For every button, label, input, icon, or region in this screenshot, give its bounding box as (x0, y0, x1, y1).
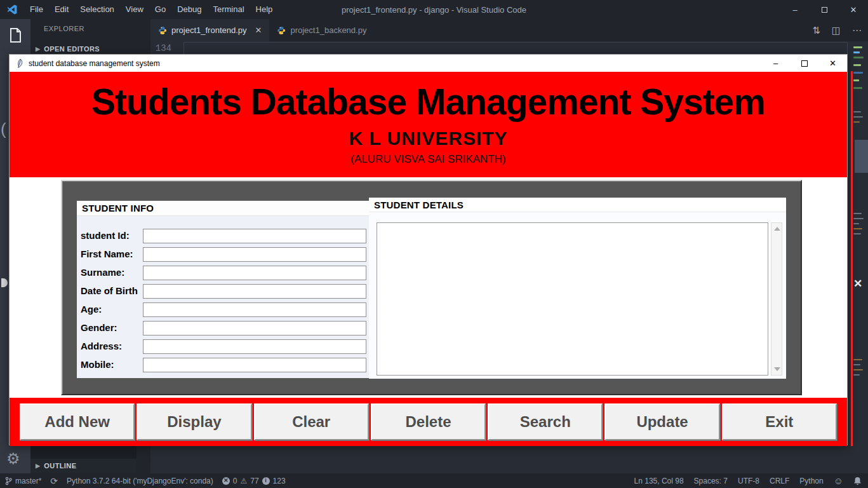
warning-icon: ⚠ (240, 477, 247, 485)
app-close-button[interactable]: ✕ (818, 55, 847, 72)
app-minimize-button[interactable]: – (761, 55, 790, 72)
search-button[interactable]: Search (488, 403, 603, 440)
app-window: student database management system – ✕ S… (9, 54, 848, 445)
indentation[interactable]: Spaces: 7 (694, 477, 728, 485)
tab-label: project1_frontend.py (171, 25, 247, 35)
app-titlebar[interactable]: student database management system – ✕ (10, 55, 847, 72)
open-editors-label: OPEN EDITORS (44, 45, 100, 53)
vscode-logo-icon (6, 4, 18, 15)
field-input-student-id-[interactable] (143, 229, 366, 243)
menu-item-terminal[interactable]: Terminal (207, 0, 250, 19)
info-count: 123 (273, 477, 286, 485)
sync-icon[interactable]: ⟳ (50, 476, 58, 486)
editor-tabbar: project1_frontend.py✕project1_backend.py… (150, 19, 868, 41)
field-label-student-id-: student Id: (81, 230, 130, 241)
menu-item-file[interactable]: File (24, 0, 49, 19)
info-icon: i (262, 477, 270, 485)
vscode-window-title: project1_frontend.py - django - Visual S… (342, 5, 526, 15)
error-count: 0 (233, 477, 237, 485)
outline-section[interactable]: ▶ OUTLINE (30, 459, 137, 473)
problems-item[interactable]: ✕ 0 ⚠ 77 i 123 (222, 477, 286, 485)
field-label-surname-: Surname: (81, 267, 124, 278)
delete-button[interactable]: Delete (371, 403, 486, 440)
git-branch-item[interactable]: master* (5, 477, 41, 485)
clear-button[interactable]: Clear (254, 403, 369, 440)
search-icon[interactable]: ( (1, 119, 6, 139)
field-label-address-: Address: (81, 341, 122, 351)
tab-close-icon[interactable]: ✕ (255, 25, 262, 35)
app-title: Students Database Management System (10, 72, 847, 123)
student-info-panel: STUDENT INFO student Id:First Name:Surna… (77, 201, 369, 378)
tab-label: project1_backend.py (290, 25, 366, 35)
menu-item-go[interactable]: Go (149, 0, 171, 19)
python-interpreter[interactable]: Python 3.7.2 64-bit ('myDjangoEnv': cond… (67, 477, 213, 485)
vscode-close-button[interactable]: ✕ (839, 0, 868, 19)
add-new-button[interactable]: Add New (20, 403, 135, 440)
close-icon[interactable]: ✕ (853, 277, 862, 290)
menu-item-edit[interactable]: Edit (49, 0, 74, 19)
sidebar-panel-spacer (30, 445, 137, 459)
menu-item-help[interactable]: Help (250, 0, 279, 19)
error-icon: ✕ (222, 477, 230, 485)
field-input-surname-[interactable] (143, 266, 366, 280)
field-label-mobile-: Mobile: (81, 359, 114, 370)
eol-sequence[interactable]: CRLF (770, 477, 789, 485)
vscode-titlebar: FileEditSelectionViewGoDebugTerminalHelp… (0, 0, 868, 19)
app-window-controls: – ✕ (761, 55, 847, 72)
tab-project1_backend-py[interactable]: project1_backend.py (269, 19, 374, 41)
menu-item-view[interactable]: View (120, 0, 149, 19)
gear-icon[interactable]: ⚙ (6, 450, 20, 468)
scroll-up-icon[interactable] (774, 227, 780, 231)
scroll-down-icon[interactable] (774, 367, 780, 371)
field-row: Surname: (77, 266, 369, 280)
more-actions-icon[interactable]: ⋯ (852, 25, 862, 36)
field-input-gender-[interactable] (143, 321, 366, 336)
language-mode[interactable]: Python (799, 477, 823, 485)
field-label-date-of-birth: Date of Birth (81, 285, 138, 296)
minimap-slider[interactable] (855, 140, 868, 173)
maximize-icon (801, 60, 808, 67)
explorer-header: EXPLORER (44, 25, 84, 32)
field-input-address-[interactable] (143, 339, 366, 354)
field-input-age-[interactable] (143, 302, 366, 317)
field-input-date-of-birth[interactable] (143, 284, 366, 299)
vscode-maximize-button[interactable] (810, 0, 839, 19)
display-button[interactable]: Display (137, 403, 251, 440)
vscode-minimize-button[interactable]: – (780, 0, 810, 19)
chevron-right-icon: ▶ (36, 46, 40, 52)
split-editor-icon[interactable]: ◫ (832, 25, 841, 36)
field-row: student Id: (77, 229, 369, 243)
tab-project1_frontend-py[interactable]: project1_frontend.py✕ (150, 19, 269, 41)
statusbar: master* ⟳ Python 3.7.2 64-bit ('myDjango… (0, 473, 868, 488)
feedback-smiley-icon[interactable]: ☺ (834, 475, 843, 486)
tab-actions: ⇅ ◫ ⋯ (812, 19, 862, 41)
menu-item-debug[interactable]: Debug (171, 0, 207, 19)
current-line-highlight (184, 42, 848, 55)
app-subtitle: K L UNIVERSITY (10, 128, 847, 149)
app-maximize-button[interactable] (790, 55, 818, 72)
chevron-right-icon: ▶ (36, 463, 40, 469)
field-input-mobile-[interactable] (143, 358, 366, 372)
details-scrollbar[interactable] (771, 222, 782, 376)
student-details-listbox[interactable] (377, 222, 768, 376)
explorer-icon[interactable] (7, 27, 23, 46)
field-row: Date of Birth (77, 284, 369, 299)
student-info-header: STUDENT INFO (77, 201, 369, 216)
action-button-bar: Add NewDisplayClearDeleteSearchUpdateExi… (10, 398, 847, 446)
menu-item-selection[interactable]: Selection (74, 0, 119, 19)
cursor-position[interactable]: Ln 135, Col 98 (634, 477, 684, 485)
tabs-container: project1_frontend.py✕project1_backend.py (150, 19, 374, 41)
app-content: STUDENT INFO student Id:First Name:Surna… (10, 177, 847, 398)
debug-icon[interactable] (1, 278, 8, 287)
notifications-bell-icon[interactable] (853, 477, 862, 485)
line-number: 134 (154, 43, 171, 53)
field-input-first-name-[interactable] (143, 247, 366, 262)
outline-label: OUTLINE (44, 462, 76, 470)
sync-compare-icon[interactable]: ⇅ (812, 25, 820, 36)
exit-button[interactable]: Exit (722, 403, 837, 440)
field-row: Mobile: (77, 358, 369, 372)
encoding[interactable]: UTF-8 (738, 477, 759, 485)
update-button[interactable]: Update (604, 403, 719, 440)
warning-count: 77 (250, 477, 258, 485)
vscode-window-controls: – ✕ (780, 0, 868, 19)
